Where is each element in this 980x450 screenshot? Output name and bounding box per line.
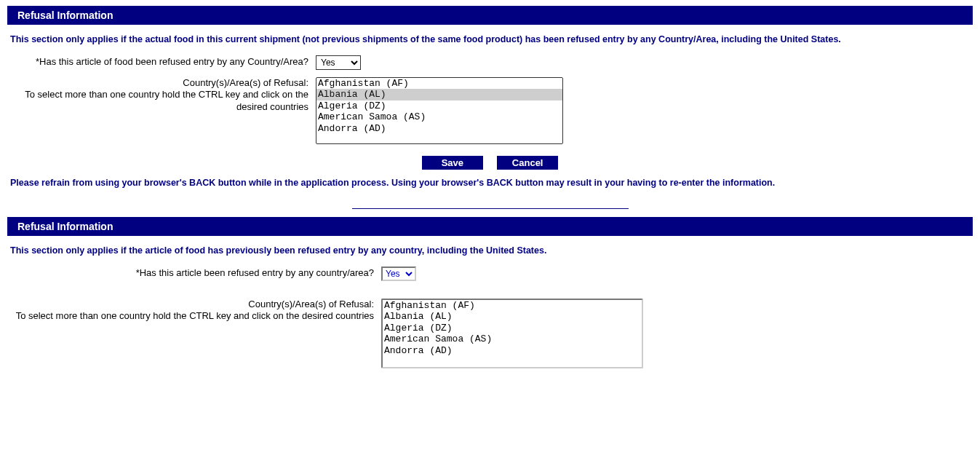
country-option[interactable]: Andorra (AD) bbox=[383, 345, 642, 357]
refused-entry-select-2[interactable]: Yes bbox=[381, 267, 416, 281]
section1-note: Please refrain from using your browser's… bbox=[10, 177, 970, 190]
section2-q2-label: Country(s)/Area(s) of Refusal: To select… bbox=[10, 299, 381, 323]
country-option[interactable]: American Samoa (AS) bbox=[383, 333, 642, 345]
section2-header: Refusal Information bbox=[7, 217, 973, 236]
section1-q1-row: *Has this article of food been refused e… bbox=[10, 55, 970, 70]
divider-wrap bbox=[7, 201, 973, 211]
country-option[interactable]: Albania (AL) bbox=[316, 89, 562, 100]
country-option[interactable]: Albania (AL) bbox=[383, 311, 642, 323]
countries-listbox-1[interactable]: Afghanistan (AF)Albania (AL)Algeria (DZ)… bbox=[316, 77, 563, 144]
section1-q2-label: Country(s)/Area(s) of Refusal: To select… bbox=[10, 77, 316, 114]
section2-q1-row: *Has this article been refused entry by … bbox=[10, 267, 970, 281]
section1-intro: This section only applies if the actual … bbox=[10, 33, 970, 47]
button-row: Save Cancel bbox=[7, 156, 973, 170]
country-option[interactable]: Afghanistan (AF) bbox=[316, 78, 562, 90]
section2-q2-row: Country(s)/Area(s) of Refusal: To select… bbox=[10, 299, 970, 368]
save-button[interactable]: Save bbox=[422, 156, 483, 170]
countries-listbox-2[interactable]: Afghanistan (AF)Albania (AL)Algeria (DZ)… bbox=[381, 299, 643, 368]
section1-header: Refusal Information bbox=[7, 6, 973, 25]
section2-q1-label: *Has this article been refused entry by … bbox=[10, 267, 381, 280]
country-option[interactable]: Algeria (DZ) bbox=[316, 100, 562, 112]
cancel-button[interactable]: Cancel bbox=[497, 156, 558, 170]
country-option[interactable]: Afghanistan (AF) bbox=[383, 300, 642, 312]
divider-line bbox=[352, 208, 629, 209]
section2-intro: This section only applies if the article… bbox=[10, 245, 970, 258]
refused-entry-select-1[interactable]: Yes bbox=[316, 55, 361, 70]
country-option[interactable]: Andorra (AD) bbox=[316, 123, 562, 135]
section1-q1-label: *Has this article of food been refused e… bbox=[10, 56, 316, 68]
section1-q2-row: Country(s)/Area(s) of Refusal: To select… bbox=[10, 77, 970, 144]
country-option[interactable]: American Samoa (AS) bbox=[316, 111, 562, 123]
country-option[interactable]: Algeria (DZ) bbox=[383, 323, 642, 334]
